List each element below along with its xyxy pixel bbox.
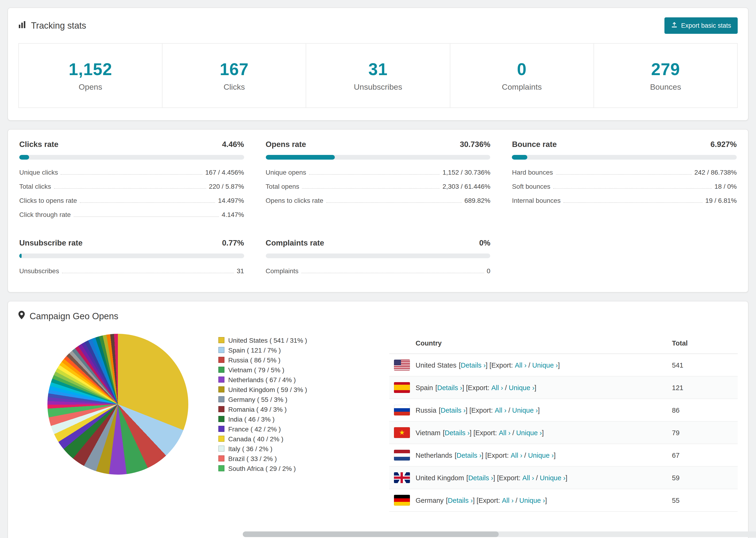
export-unique-link[interactable]: Unique › xyxy=(516,429,542,436)
details-link[interactable]: Details › xyxy=(460,361,486,369)
horizontal-scrollbar[interactable] xyxy=(243,531,756,537)
opens-rate-value: 30.736% xyxy=(460,140,490,149)
bounces-count: 279 xyxy=(651,59,680,79)
unsubscribe-rate-title: Unsubscribe rate xyxy=(19,239,82,247)
total-value: 121 xyxy=(672,384,733,391)
total-value: 541 xyxy=(672,361,733,369)
geo-table-row-united-states: United States[Details ›] [Export:All ›/U… xyxy=(389,354,738,377)
export-unique-link[interactable]: Unique › xyxy=(540,474,566,481)
legend-item: Romania ( 49 / 3% ) xyxy=(218,405,307,414)
legend-item: Vietnam ( 79 / 5% ) xyxy=(218,365,307,375)
export-unique-link[interactable]: Unique › xyxy=(519,497,545,504)
geo-table-row-spain: Spain[Details ›] [Export:All ›/Unique ›]… xyxy=(389,377,738,399)
geo-opens-table: Country Total United States[Details ›] [… xyxy=(389,334,738,512)
clicks-count: 167 xyxy=(220,59,249,79)
export-button-label: Export basic stats xyxy=(681,22,731,29)
flag-vietnam-icon xyxy=(394,427,410,438)
legend-swatch xyxy=(218,367,225,373)
export-all-link[interactable]: All › xyxy=(499,429,511,436)
clicks-label: Clicks xyxy=(224,82,245,92)
complaints-rate-value: 0% xyxy=(479,239,490,247)
legend-item: Canada ( 40 / 2% ) xyxy=(218,434,307,444)
total-value: 67 xyxy=(672,452,733,459)
details-link[interactable]: Details › xyxy=(445,429,469,436)
map-pin-icon xyxy=(18,311,25,322)
rate-row: Unique clicks167 / 4.456% xyxy=(19,165,244,179)
export-unique-link[interactable]: Unique › xyxy=(509,384,535,391)
clicks-rate-bar xyxy=(19,155,244,160)
legend-item: United Kingdom ( 59 / 3% ) xyxy=(218,385,307,395)
opens-count: 1,152 xyxy=(69,59,112,79)
dotted-leader xyxy=(553,188,712,189)
details-link[interactable]: Details › xyxy=(441,406,465,414)
country-column-header: Country xyxy=(415,340,672,347)
bounce-rate-bar-fill xyxy=(512,155,527,160)
total-value: 59 xyxy=(672,474,733,481)
legend-swatch xyxy=(218,357,225,363)
export-all-link[interactable]: All › xyxy=(511,452,522,459)
dotted-leader xyxy=(74,216,219,217)
rate-row: Soft bounces18 / 0% xyxy=(512,179,737,193)
legend-swatch xyxy=(218,406,225,412)
geo-table-row-netherlands: Netherlands[Details ›] [Export:All ›/Uni… xyxy=(389,444,738,467)
legend-item: Netherlands ( 67 / 4% ) xyxy=(218,375,307,385)
geo-opens-card: Campaign Geo Opens United States ( 541 /… xyxy=(8,301,748,538)
rate-row: Total opens2,303 / 61.446% xyxy=(266,179,490,193)
legend-item: Spain ( 121 / 7% ) xyxy=(218,346,307,355)
export-all-link[interactable]: All › xyxy=(522,474,534,481)
total-column-header: Total xyxy=(672,340,733,347)
legend-swatch xyxy=(218,465,225,471)
clicks-rate-bar-fill xyxy=(19,155,29,160)
export-unique-link[interactable]: Unique › xyxy=(532,361,558,369)
tracking-stats-title: Tracking stats xyxy=(18,21,86,31)
export-all-link[interactable]: All › xyxy=(491,384,503,391)
details-link[interactable]: Details › xyxy=(457,452,481,459)
legend-swatch xyxy=(218,446,225,452)
export-unique-link[interactable]: Unique › xyxy=(512,406,538,414)
bounces-label: Bounces xyxy=(650,82,681,92)
rate-row: Clicks to opens rate14.497% xyxy=(19,193,244,207)
export-all-link[interactable]: All › xyxy=(515,361,527,369)
rate-row: Opens to clicks rate689.82% xyxy=(266,193,490,207)
rate-row: Unique opens1,152 / 30.736% xyxy=(266,165,490,179)
geo-table-row-germany: Germany[Details ›] [Export:All ›/Unique … xyxy=(389,489,738,512)
stat-box-clicks: 167 Clicks xyxy=(162,43,306,108)
complaints-rate-bar xyxy=(266,253,490,258)
export-basic-stats-button[interactable]: Export basic stats xyxy=(665,17,738,34)
geo-opens-title: Campaign Geo Opens xyxy=(18,311,118,322)
legend-swatch xyxy=(218,386,225,393)
stat-box-opens: 1,152 Opens xyxy=(18,43,162,108)
export-all-link[interactable]: All › xyxy=(495,406,507,414)
scrollbar-thumb[interactable] xyxy=(243,531,499,537)
unsubscribe-rate-bar-fill xyxy=(19,253,22,258)
legend-swatch xyxy=(218,456,225,461)
legend-item: Germany ( 55 / 3% ) xyxy=(218,395,307,405)
unsubscribe-rate-bar xyxy=(19,253,244,258)
flag-russia-icon xyxy=(394,405,410,415)
complaints-rate-title: Complaints rate xyxy=(266,239,324,247)
opens-label: Opens xyxy=(79,82,102,92)
rate-row: Click through rate4.147% xyxy=(19,207,244,222)
tracking-stats-title-text: Tracking stats xyxy=(31,21,86,31)
details-link[interactable]: Details › xyxy=(437,384,462,391)
export-all-link[interactable]: All › xyxy=(502,497,514,504)
rate-row: Internal bounces19 / 6.81% xyxy=(512,193,737,207)
total-value: 55 xyxy=(672,497,733,504)
complaints-count: 0 xyxy=(517,59,527,79)
opens-rate-bar-fill xyxy=(266,155,335,160)
clicks-rate-title: Clicks rate xyxy=(19,140,58,149)
bounce-rate-value: 6.927% xyxy=(711,140,737,149)
rates-card: Clicks rate 4.46% Unique clicks167 / 4.4… xyxy=(8,129,748,293)
details-link[interactable]: Details › xyxy=(468,474,493,481)
opens-rate-bar xyxy=(266,155,490,160)
stat-box-bounces: 279 Bounces xyxy=(594,43,738,108)
details-link[interactable]: Details › xyxy=(448,497,473,504)
legend-item: United States ( 541 / 31% ) xyxy=(218,336,307,346)
geo-pie-legend: United States ( 541 / 31% ) Spain ( 121 … xyxy=(218,336,307,474)
bounce-rate-title: Bounce rate xyxy=(512,140,557,149)
tracking-stats-card: Tracking stats Export basic stats 1,152 … xyxy=(8,8,748,121)
legend-item: Italy ( 36 / 2% ) xyxy=(218,444,307,454)
geo-opens-title-text: Campaign Geo Opens xyxy=(29,311,118,321)
total-value: 86 xyxy=(672,406,733,414)
export-unique-link[interactable]: Unique › xyxy=(528,452,554,459)
